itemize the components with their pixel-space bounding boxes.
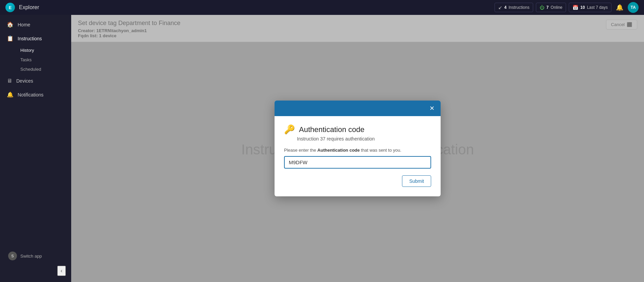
- history-label: Last 7 days: [587, 5, 608, 10]
- sidebar-subitem-scheduled[interactable]: Scheduled: [15, 65, 70, 74]
- main-layout: 🏠 Home 📋 Instructions History Tasks Sche…: [0, 15, 644, 282]
- history-count: 10: [580, 5, 585, 10]
- online-count: 7: [546, 5, 549, 10]
- topnav-history[interactable]: 📅 10 Last 7 days: [569, 3, 611, 12]
- scheduled-label: Scheduled: [20, 67, 41, 72]
- sidebar-collapse: ‹: [3, 264, 68, 278]
- modal-desc-prefix: Please enter the: [284, 148, 317, 153]
- notifications-bell[interactable]: 🔔: [614, 2, 625, 13]
- modal-footer: Submit: [284, 175, 431, 187]
- app-title: Explorer: [19, 4, 490, 10]
- sidebar-notifications-label: Notifications: [18, 92, 43, 97]
- user-avatar[interactable]: TA: [628, 2, 639, 13]
- main-content: Set device tag Department to Finance Cre…: [71, 15, 644, 282]
- sidebar-home-label: Home: [18, 22, 30, 27]
- modal-overlay: ✕ 🔑 Authentication code Instruction 37 r…: [71, 15, 644, 282]
- sidebar-instructions-label: Instructions: [18, 36, 42, 41]
- instructions-count: 4: [504, 5, 507, 10]
- online-icon: ⏻: [540, 5, 544, 10]
- sidebar: 🏠 Home 📋 Instructions History Tasks Sche…: [0, 15, 71, 282]
- modal-desc-suffix: that was sent to you.: [360, 148, 401, 153]
- home-icon: 🏠: [7, 21, 14, 28]
- modal-header: ✕: [275, 101, 441, 116]
- modal-close-button[interactable]: ✕: [429, 105, 435, 111]
- submit-button[interactable]: Submit: [402, 175, 431, 187]
- tasks-label: Tasks: [20, 57, 32, 62]
- switch-app-avatar: S: [8, 252, 17, 260]
- sidebar-item-instructions[interactable]: 📋 Instructions: [1, 32, 70, 45]
- topnav-right: ↙ 4 Instructions ⏻ 7 Online 📅 10 Last 7 …: [495, 2, 639, 13]
- topnav-online[interactable]: ⏻ 7 Online: [536, 3, 566, 12]
- instructions-icon: 📋: [7, 35, 14, 42]
- sidebar-item-notifications[interactable]: 🔔 Notifications: [1, 88, 70, 101]
- sidebar-item-devices[interactable]: 🖥 Devices: [1, 74, 70, 87]
- notifications-icon: 🔔: [7, 91, 14, 98]
- modal-title: Authentication code: [299, 125, 364, 134]
- sidebar-bottom: S Switch app ‹: [0, 244, 71, 282]
- devices-icon: 🖥: [7, 78, 12, 84]
- sidebar-subitem-tasks[interactable]: Tasks: [15, 55, 70, 64]
- sidebar-item-home[interactable]: 🏠 Home: [1, 18, 70, 31]
- sidebar-subitem-history[interactable]: History: [15, 46, 70, 55]
- modal-key-icon: 🔑: [284, 124, 295, 135]
- topnav-instructions[interactable]: ↙ 4 Instructions: [495, 3, 533, 12]
- topnav: E Explorer ↙ 4 Instructions ⏻ 7 Online 📅…: [0, 0, 644, 15]
- calendar-icon: 📅: [572, 5, 578, 10]
- auth-code-input[interactable]: [284, 156, 431, 169]
- collapse-button[interactable]: ‹: [57, 266, 66, 276]
- modal-subtitle: Instruction 37 requires authentication: [284, 136, 431, 142]
- modal-desc-bold: Authentication code: [317, 148, 360, 153]
- modal-title-row: 🔑 Authentication code: [284, 124, 431, 135]
- auth-modal: ✕ 🔑 Authentication code Instruction 37 r…: [275, 101, 441, 196]
- switch-app-label: Switch app: [20, 254, 42, 259]
- sidebar-sub-instructions: History Tasks Scheduled: [0, 45, 71, 74]
- app-logo: E: [5, 3, 15, 12]
- instructions-label: Instructions: [509, 5, 529, 10]
- online-label: Online: [551, 5, 563, 10]
- modal-desc: Please enter the Authentication code tha…: [284, 148, 431, 153]
- history-label: History: [20, 48, 34, 53]
- sidebar-devices-label: Devices: [16, 78, 33, 84]
- switch-app-button[interactable]: S Switch app: [3, 248, 68, 264]
- submit-label: Submit: [409, 178, 424, 184]
- instructions-icon: ↙: [498, 5, 502, 10]
- modal-body: 🔑 Authentication code Instruction 37 req…: [275, 116, 441, 196]
